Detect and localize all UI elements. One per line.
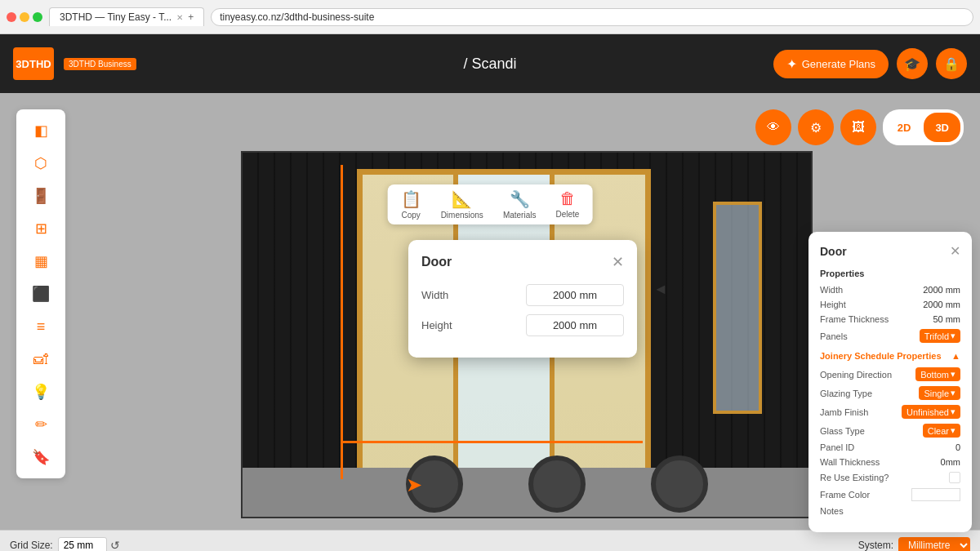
help-button[interactable]: 🎓 — [897, 48, 928, 79]
generate-plans-button[interactable]: ✦ Generate Plans — [773, 50, 889, 78]
account-icon: 🔒 — [943, 56, 960, 72]
sidebar-item-light[interactable]: 💡 — [23, 377, 59, 407]
logo-3dthd: 3DTHD — [13, 47, 54, 80]
sidebar-item-floor[interactable]: ⬛ — [23, 279, 59, 309]
joinery-collapse-icon[interactable]: ▲ — [951, 351, 960, 361]
panels-value: Trifold — [924, 331, 949, 341]
properties-panel: Door ✕ Properties Width 2000 mm Height 2… — [808, 232, 972, 532]
system-label: System: — [858, 540, 893, 551]
tab-title: 3DTHD — Tiny Easy - T... — [60, 11, 172, 23]
prop-frame-thickness-row: Frame Thickness 50 mm — [820, 314, 960, 324]
prop-glazing-type-select[interactable]: Single ▾ — [919, 386, 960, 400]
settings-icon: ⚙ — [810, 120, 822, 136]
prop-panels-row: Panels Trifold ▾ — [820, 329, 960, 343]
prop-notes-label: Notes — [820, 506, 844, 516]
window-icon: ⊞ — [35, 220, 47, 238]
prop-jamb-finish-label: Jamb Finish — [820, 407, 868, 417]
modal-height-input[interactable] — [526, 314, 624, 336]
prop-height-value: 2000 mm — [923, 300, 960, 309]
orbit-view-button[interactable]: 👁 — [755, 109, 791, 145]
sidebar-item-furniture[interactable]: ▦ — [23, 247, 59, 276]
dimensions-tool[interactable]: 📐 Dimensions — [441, 189, 483, 220]
business-badge: 3DTHD Business — [64, 58, 136, 70]
sidebar-item-tools[interactable]: ✏ — [23, 410, 59, 439]
tab-close-btn[interactable]: ✕ — [176, 13, 183, 22]
dimension-line-vertical — [341, 165, 343, 479]
dimension-line-horizontal — [341, 441, 643, 443]
left-sidebar: ◧ ⬡ 🚪 ⊞ ▦ ⬛ ≡ 🛋 💡 ✏ 🔖 — [16, 109, 65, 478]
sidebar-item-stairs[interactable]: ≡ — [23, 312, 59, 341]
prop-jamb-finish-select[interactable]: Unfinished ▾ — [902, 405, 960, 419]
pointer-arrow: ◄ — [653, 281, 668, 298]
sidebar-item-window[interactable]: ⊞ — [23, 214, 59, 243]
opening-direction-chevron-icon: ▾ — [951, 369, 956, 380]
window-controls — [7, 12, 42, 22]
prop-panels-select[interactable]: Trifold ▾ — [920, 329, 960, 343]
sidebar-item-door[interactable]: 🚪 — [23, 181, 59, 211]
wheels — [406, 455, 708, 513]
copy-icon: 📋 — [401, 189, 421, 209]
prop-glazing-type-label: Glazing Type — [820, 389, 872, 398]
settings-view-button[interactable]: ⚙ — [798, 109, 834, 145]
system-section: System: Millimetre — [858, 537, 970, 552]
window-maximize-btn[interactable] — [33, 12, 42, 22]
window-minimize-btn[interactable] — [20, 12, 29, 22]
materials-label: Materials — [503, 211, 537, 220]
main-canvas-area: 📋 Copy 📐 Dimensions 🔧 Materials 🗑 Delete… — [0, 93, 980, 551]
prop-glass-type-label: Glass Type — [820, 426, 865, 436]
panel-close-button[interactable]: ✕ — [950, 243, 960, 259]
stairs-icon: ≡ — [37, 318, 46, 335]
render-view-button[interactable]: 🖼 — [840, 109, 876, 145]
window-close-btn[interactable] — [7, 12, 16, 22]
new-tab-btn[interactable]: + — [188, 11, 194, 23]
modal-close-button[interactable]: ✕ — [612, 253, 624, 271]
delete-icon: 🗑 — [559, 189, 576, 208]
app-header: 3DTHD 3DTHD Business / Scandi ✦ Generate… — [0, 34, 980, 93]
system-select[interactable]: Millimetre — [898, 537, 970, 552]
modal-width-input[interactable] — [526, 284, 624, 306]
prop-glazing-type-row: Glazing Type Single ▾ — [820, 386, 960, 400]
sidebar-item-cube[interactable]: ⬡ — [23, 149, 59, 178]
modal-width-row: Width — [421, 284, 624, 306]
3d-mode-button[interactable]: 3D — [924, 113, 960, 142]
delete-label: Delete — [555, 210, 579, 219]
joinery-section-header: Joinery Schedule Properties ▲ — [820, 351, 960, 361]
refresh-button[interactable]: ↺ — [110, 539, 120, 552]
prop-opening-direction-select[interactable]: Bottom ▾ — [915, 367, 960, 381]
browser-tab[interactable]: 3DTHD — Tiny Easy - T... ✕ + — [49, 7, 204, 26]
copy-tool[interactable]: 📋 Copy — [401, 189, 421, 220]
modal-title: Door — [421, 255, 452, 269]
render-icon: 🖼 — [852, 120, 865, 135]
prop-wall-thickness-row: Wall Thickness 0mm — [820, 457, 960, 467]
prop-re-use-label: Re Use Existing? — [820, 473, 889, 482]
address-bar[interactable]: tinyeasy.co.nz/3dthd-business-suite — [211, 8, 973, 26]
prop-re-use-checkbox[interactable] — [949, 472, 960, 483]
panel-header: Door ✕ — [820, 243, 960, 259]
modal-header: Door ✕ — [421, 253, 624, 271]
prop-opening-direction-label: Opening Direction — [820, 370, 892, 380]
materials-tool[interactable]: 🔧 Materials — [503, 189, 537, 220]
2d-mode-button[interactable]: 2D — [886, 113, 923, 142]
prop-glass-type-select[interactable]: Clear ▾ — [923, 424, 960, 438]
sidebar-item-layers[interactable]: ◧ — [23, 116, 59, 145]
grid-size-input[interactable] — [58, 537, 107, 552]
panels-chevron-icon: ▾ — [951, 331, 956, 341]
prop-width-label: Width — [820, 285, 843, 295]
cube-icon: ⬡ — [34, 154, 47, 172]
prop-panels-label: Panels — [820, 331, 848, 341]
glass-type-value: Clear — [928, 426, 949, 436]
prop-height-label: Height — [820, 300, 846, 309]
wheel-right — [651, 455, 708, 513]
account-button[interactable]: 🔒 — [936, 48, 967, 79]
sidebar-item-sofa[interactable]: 🛋 — [23, 344, 59, 374]
prop-frame-color-picker[interactable] — [911, 488, 960, 501]
modal-height-label: Height — [421, 319, 452, 331]
delete-tool[interactable]: 🗑 Delete — [555, 189, 579, 220]
prop-frame-color-row: Frame Color — [820, 488, 960, 501]
view-mode-toggle: 2D 3D — [883, 109, 964, 145]
sofa-icon: 🛋 — [33, 351, 48, 368]
sidebar-item-bookmark[interactable]: 🔖 — [23, 442, 59, 472]
prop-wall-thickness-label: Wall Thickness — [820, 457, 880, 467]
side-window[interactable] — [713, 202, 762, 414]
plus-icon: ✦ — [786, 56, 797, 72]
